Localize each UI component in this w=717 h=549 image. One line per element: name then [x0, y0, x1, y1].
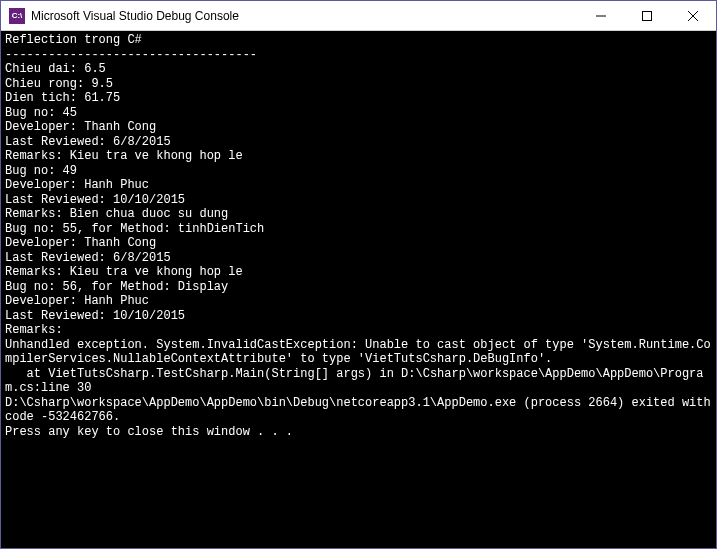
console-line: Last Reviewed: 10/10/2015	[5, 309, 712, 324]
window-title: Microsoft Visual Studio Debug Console	[31, 9, 578, 23]
console-line: Last Reviewed: 6/8/2015	[5, 251, 712, 266]
console-line: Developer: Thanh Cong	[5, 120, 712, 135]
console-line: Reflection trong C#	[5, 33, 712, 48]
console-line: Developer: Hanh Phuc	[5, 294, 712, 309]
window-controls	[578, 1, 716, 30]
console-line: Last Reviewed: 10/10/2015	[5, 193, 712, 208]
svg-rect-1	[643, 11, 652, 20]
console-line: Bug no: 49	[5, 164, 712, 179]
window: C:\ Microsoft Visual Studio Debug Consol…	[0, 0, 717, 549]
console-line: Remarks: Bien chua duoc su dung	[5, 207, 712, 222]
console-line: Unhandled exception. System.InvalidCastE…	[5, 338, 712, 367]
close-button[interactable]	[670, 1, 716, 30]
console-line: at VietTutsCsharp.TestCsharp.Main(String…	[5, 367, 712, 396]
console-line: Chieu rong: 9.5	[5, 77, 712, 92]
console-line: Remarks: Kieu tra ve khong hop le	[5, 149, 712, 164]
console-output[interactable]: Reflection trong C#---------------------…	[1, 31, 716, 548]
titlebar: C:\ Microsoft Visual Studio Debug Consol…	[1, 1, 716, 31]
maximize-button[interactable]	[624, 1, 670, 30]
console-line: Bug no: 56, for Method: Display	[5, 280, 712, 295]
minimize-button[interactable]	[578, 1, 624, 30]
console-line: Last Reviewed: 6/8/2015	[5, 135, 712, 150]
console-line: Press any key to close this window . . .	[5, 425, 712, 440]
console-line: Developer: Hanh Phuc	[5, 178, 712, 193]
console-line: D:\Csharp\workspace\AppDemo\AppDemo\bin\…	[5, 396, 712, 425]
console-line: Bug no: 45	[5, 106, 712, 121]
console-line: Chieu dai: 6.5	[5, 62, 712, 77]
console-line: Dien tich: 61.75	[5, 91, 712, 106]
console-line: Bug no: 55, for Method: tinhDienTich	[5, 222, 712, 237]
console-line: Remarks: Kieu tra ve khong hop le	[5, 265, 712, 280]
console-line: Remarks:	[5, 323, 712, 338]
app-icon: C:\	[9, 8, 25, 24]
minimize-icon	[596, 11, 606, 21]
console-line: Developer: Thanh Cong	[5, 236, 712, 251]
maximize-icon	[642, 11, 652, 21]
close-icon	[688, 11, 698, 21]
console-line: -----------------------------------	[5, 48, 712, 63]
